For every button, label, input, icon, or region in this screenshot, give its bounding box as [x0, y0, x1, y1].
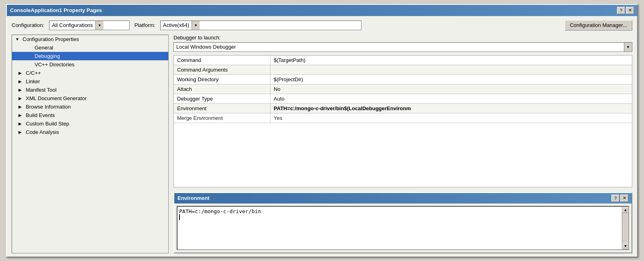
tree-item-label: Custom Build Step	[26, 121, 69, 127]
top-bar: Configuration: All Configurations ▼ Plat…	[12, 19, 632, 31]
config-manager-button[interactable]: Configuration Manager...	[565, 20, 632, 31]
prop-value-cell: Yes	[270, 113, 632, 123]
env-title-bar: Environment ? ✕	[174, 193, 632, 203]
env-close-button[interactable]: ✕	[620, 195, 628, 202]
tree-arrow-icon: ▶	[19, 79, 24, 84]
table-row[interactable]: Working Directory$(ProjectDir)	[174, 75, 632, 84]
tree-item[interactable]: ▼Configuration Properties	[12, 35, 168, 43]
tree-item[interactable]: ▶C/C++	[12, 69, 168, 77]
prop-name-cell: Merge Environment	[174, 113, 270, 123]
prop-name-cell: Environment	[174, 104, 270, 113]
prop-value-cell: No	[270, 84, 632, 94]
platform-label: Platform:	[134, 22, 155, 28]
environment-dialog: Environment ? ✕ PATH=c:/mongo-c-driver/b…	[173, 192, 632, 253]
tree-arrow-icon: ▶	[19, 96, 24, 101]
tree-arrow-icon: ▼	[15, 37, 21, 41]
close-button[interactable]: ✕	[626, 7, 634, 14]
tree-item[interactable]: ▶Build Events	[12, 111, 168, 119]
scroll-track	[622, 213, 628, 243]
config-arrow-icon[interactable]: ▼	[95, 21, 103, 30]
tree-item[interactable]: ▶Custom Build Step	[12, 119, 168, 128]
tree-item[interactable]: ▶Linker	[12, 77, 168, 86]
table-row[interactable]: Command$(TargetPath)	[174, 55, 632, 65]
tree-item-label: Linker	[26, 78, 40, 84]
title-bar-buttons: ? ✕	[617, 7, 634, 14]
dialog-title: ConsoleApplication1 Property Pages	[10, 7, 102, 13]
config-label: Configuration:	[12, 22, 44, 28]
prop-value-cell: Auto	[270, 94, 632, 103]
env-help-button[interactable]: ?	[611, 195, 619, 202]
tree-item[interactable]: ▶XML Document Generator	[12, 94, 168, 103]
scroll-up-button[interactable]: ▲	[622, 207, 629, 213]
help-button[interactable]: ?	[617, 7, 625, 14]
env-text[interactable]: PATH=c:/mongo-c-driver/bin	[178, 207, 628, 223]
tree-item-label: Configuration Properties	[23, 36, 79, 42]
tree-item[interactable]: ▶Manifest Tool	[12, 86, 168, 94]
prop-value-cell: $(ProjectDir)	[270, 75, 632, 84]
prop-value-cell: $(TargetPath)	[270, 55, 632, 65]
platform-dropdown[interactable]: Active(x64) ▼	[160, 21, 361, 30]
env-dialog-title: Environment	[178, 195, 209, 201]
debugger-section: Debugger to launch: Local Windows Debugg…	[173, 35, 632, 52]
env-title-buttons: ? ✕	[611, 195, 628, 202]
dialog-body: Configuration: All Configurations ▼ Plat…	[7, 16, 637, 257]
prop-name-cell: Attach	[174, 84, 270, 94]
table-row[interactable]: AttachNo	[174, 84, 632, 94]
table-row[interactable]: Command Arguments	[174, 65, 632, 75]
tree-arrow-icon: ▶	[19, 130, 24, 134]
tree-arrow-icon: ▶	[19, 113, 24, 117]
tree-item[interactable]: ▶Browse Information	[12, 103, 168, 111]
cursor	[179, 214, 180, 220]
property-pages-dialog: ConsoleApplication1 Property Pages ? ✕ C…	[6, 4, 638, 257]
tree-arrow-icon: ▶	[19, 121, 24, 126]
table-row[interactable]: EnvironmentPATH=c:/mongo-c-driver/bin$(L…	[174, 104, 632, 113]
tree-item-label: VC++ Directories	[35, 62, 74, 68]
env-content-area: PATH=c:/mongo-c-driver/bin ▲ ▼	[177, 206, 629, 250]
platform-value: Active(x64)	[161, 21, 192, 29]
tree-panel: ▼Configuration PropertiesGeneralDebuggin…	[12, 35, 169, 253]
tree-item[interactable]: General	[12, 43, 168, 52]
tree-item[interactable]: VC++ Directories	[12, 60, 168, 69]
tree-item[interactable]: ▶Code Analysis	[12, 128, 168, 136]
prop-name-cell: Command	[174, 55, 270, 65]
main-content: ▼Configuration PropertiesGeneralDebuggin…	[12, 35, 632, 253]
tree-item-label: Browse Information	[26, 104, 71, 110]
tree-arrow-icon: ▶	[19, 88, 24, 92]
tree-item-label: Code Analysis	[26, 129, 59, 135]
tree-item[interactable]: Debugging	[12, 52, 168, 60]
table-row[interactable]: Merge EnvironmentYes	[174, 113, 632, 123]
prop-name-cell: Command Arguments	[174, 65, 270, 74]
debugger-label: Debugger to launch:	[173, 35, 632, 41]
tree-item-label: Debugging	[35, 53, 60, 59]
debugger-combo[interactable]: Local Windows Debugger ▼	[173, 42, 632, 52]
env-path-text: PATH=c:/mongo-c-driver/bin	[179, 208, 261, 214]
tree-item-label: Build Events	[26, 112, 55, 118]
tree-arrow-icon: ▶	[19, 71, 24, 75]
debugger-value: Local Windows Debugger	[174, 43, 624, 51]
tree-item-label: Manifest Tool	[26, 87, 56, 93]
properties-grid: Command$(TargetPath)Command ArgumentsWor…	[173, 55, 632, 187]
config-value: All Configurations	[50, 21, 95, 29]
table-row[interactable]: Debugger TypeAuto	[174, 94, 632, 104]
tree-item-label: General	[35, 45, 53, 51]
tree-item-label: XML Document Generator	[26, 95, 87, 101]
right-panel: Debugger to launch: Local Windows Debugg…	[169, 35, 632, 253]
tree-arrow-icon: ▶	[19, 105, 24, 109]
config-dropdown[interactable]: All Configurations ▼	[49, 21, 130, 30]
platform-arrow-icon[interactable]: ▼	[192, 21, 200, 30]
tree-item-label: C/C++	[26, 70, 41, 76]
prop-value-cell: PATH=c:/mongo-c-driver/bin$(LocalDebugge…	[270, 104, 632, 113]
debugger-arrow-icon[interactable]: ▼	[624, 43, 632, 51]
prop-name-cell: Working Directory	[174, 75, 270, 84]
prop-value-cell	[270, 65, 632, 74]
prop-name-cell: Debugger Type	[174, 94, 270, 103]
env-scrollbar: ▲ ▼	[622, 207, 628, 249]
scroll-down-button[interactable]: ▼	[622, 243, 629, 249]
title-bar: ConsoleApplication1 Property Pages ? ✕	[7, 5, 637, 16]
